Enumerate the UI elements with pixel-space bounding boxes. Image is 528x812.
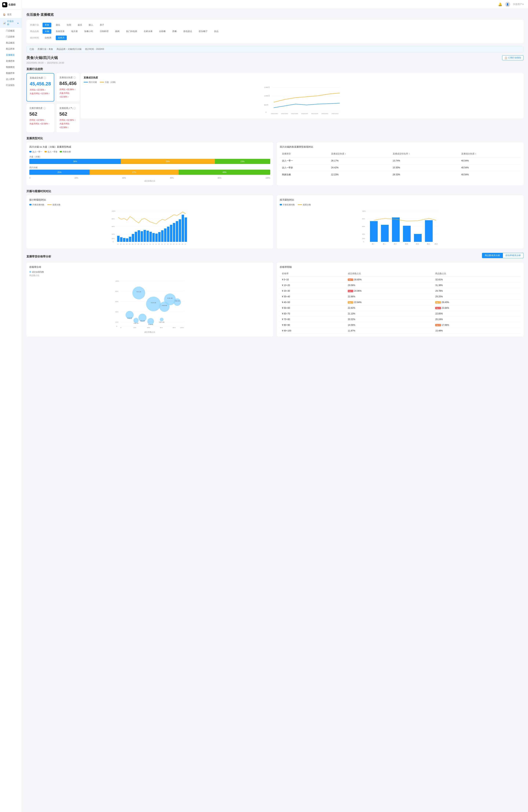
filter-tag-play[interactable]: 游玩 <box>54 23 62 27</box>
svg-text:80%: 80% <box>112 218 115 220</box>
sidebar-item-home[interactable]: 🏠 首页 <box>0 11 22 18</box>
filter-tag-buffet[interactable]: 自助餐 <box>157 29 168 34</box>
trend-chart-svg-wrap: 1,500万 1,000万 500万 0 <box>84 86 521 116</box>
filter-tag-fastfood[interactable]: 快餐小吃 <box>82 29 95 34</box>
card-trade-heat-meta: 月环比 +22.56% ↑ 大盘月环比 +12.56% ↑ <box>30 88 51 96</box>
trend-cards: 直播成交热度 i 45,456.28 月环比 +22.56% ↑ 大盘月环比 +… <box>26 73 78 132</box>
bell-icon[interactable]: 🔔 <box>498 2 502 6</box>
td-price-range: ¥ 50~60 <box>280 305 346 311</box>
filter-tag-local[interactable]: 地方菜 <box>69 29 80 34</box>
td-product-val: 31.38% <box>433 282 521 288</box>
week-bar-1 <box>370 221 378 242</box>
td-product-val: 22.85% <box>433 311 521 316</box>
time-content: 按小时级别对比 开播直播间数 观看次数 100% <box>26 195 524 248</box>
stacked-bar-2: 四川火锅 25% 37% 48% <box>29 166 270 175</box>
info-icon-4: i <box>73 107 76 110</box>
hour-bar-3 <box>123 238 125 242</box>
industry-filter-label: 所属行业 <box>30 24 40 27</box>
sidebar-item-industry-report[interactable]: 行业报告 <box>0 82 22 88</box>
sidebar-item-product-overview[interactable]: 商品概览 <box>0 40 22 46</box>
filter-tag-western[interactable]: 西餐 <box>170 29 179 34</box>
svg-text:周五: 周五 <box>416 243 419 245</box>
sidebar-item-store-rank[interactable]: 门店榜单 <box>0 34 22 40</box>
product-count-btn[interactable]: 商品数相关分析 <box>482 253 503 258</box>
legend-green-rect: 商家自播 <box>60 150 71 153</box>
th-coupon-pct: 成交券数占比 <box>346 271 433 277</box>
td-product-val: 15.48% <box>433 328 521 333</box>
svg-text:80%: 80% <box>115 291 118 292</box>
filter-tag-fresh[interactable]: 生鲜水果 <box>142 29 155 34</box>
svg-text:1,500万: 1,500万 <box>264 86 270 88</box>
logo-text: 生意经 <box>9 3 16 6</box>
td-type-2: 达人一带多 <box>280 164 329 171</box>
trend-chart-svg: 1,500万 1,000万 500万 0 <box>84 86 521 115</box>
filter-tag-hotpot[interactable]: 火锅 <box>43 29 51 34</box>
td-coupon-val: 11.87% <box>346 328 433 333</box>
price-bubble-svg: 100% 80% 60% 40% 20% 0 <box>29 278 270 330</box>
svg-text:60%: 60% <box>362 226 365 227</box>
svg-text:2022/10/13: 2022/10/13 <box>331 113 339 115</box>
filter-tag-stay[interactable]: 住宿 <box>65 23 73 27</box>
table-row: 达人一带多 24.42% 10.30% 40.54% <box>280 164 521 171</box>
svg-text:80%: 80% <box>173 327 176 329</box>
weekly-legend: 开播直播间数 观看次数 <box>280 203 521 206</box>
bar-2: 25% 37% 48% <box>29 170 270 175</box>
trend-line-chart: 直播成交热度 四川火锅 大盘（火锅） <box>81 73 524 118</box>
legend-yellow-rect: 达人一带多 <box>45 150 58 153</box>
bubble-70-80 <box>147 318 154 325</box>
discount-rate-btn[interactable]: 折扣率相关分析 <box>503 253 524 258</box>
filter-tag-southeast[interactable]: 东南亚菜 <box>54 29 67 34</box>
sidebar-item-live-rank[interactable]: 直播榜单 <box>0 58 22 64</box>
card-trade-heat: 直播成交热度 i 45,456.28 月环比 +22.56% ↑ 大盘月环比 +… <box>26 73 54 102</box>
td-type-1: 达人一带一 <box>280 157 329 164</box>
filter-tag-food[interactable]: 美食 <box>43 23 51 27</box>
hourly-chart-box: 按小时级别对比 开播直播间数 观看次数 100% <box>26 195 273 248</box>
filter-tag-entertainment[interactable]: 娱乐 <box>75 23 84 27</box>
card-streamer-heat-meta: 月环比 +12.56% ↑ 大盘月环比 +22.56% ↑ <box>29 118 51 126</box>
bar-1-seg-2: 39% <box>121 159 215 164</box>
hourly-chart-title: 按小时级别对比 <box>29 198 270 202</box>
svg-text:14: 14 <box>155 244 157 245</box>
filter-tag-music-resto[interactable]: 音乐餐厅 <box>197 29 210 34</box>
page-title: 生活服务·直播概览 <box>26 13 524 17</box>
filter-tag-beauty[interactable]: 丽人 <box>87 23 95 27</box>
filter-tag-special[interactable]: 热门特色菜 <box>124 29 139 34</box>
svg-text:¥ 20~30: ¥ 20~30 <box>127 318 132 319</box>
sidebar-item-talent-rank[interactable]: 达人榜单 <box>0 76 22 82</box>
weekly-chart-title: 按天级别对比 <box>280 198 521 202</box>
sidebar-item-store-overview[interactable]: 门店概览 <box>0 28 22 34</box>
sidebar-item-industry[interactable]: 📊 行业分析 ▲ <box>0 18 22 28</box>
filter-tag-drinks[interactable]: 饮品 <box>212 29 221 34</box>
hour-bar-7 <box>135 232 137 242</box>
sidebar-item-video-rank[interactable]: 视频榜单 <box>0 70 22 76</box>
filter-tag-month[interactable]: 自然月 <box>56 35 67 40</box>
subscribe-report-button[interactable]: 📋 订阅行业报告 <box>502 55 524 60</box>
svg-text:60%: 60% <box>115 301 118 303</box>
svg-text:40%: 40% <box>362 233 365 235</box>
price-table: 价格带 成交券数占比 商品数占比 ¥ 0~10top 230.65%32.81%… <box>280 271 521 334</box>
hour-bar-2 <box>120 237 123 242</box>
hour-bar-23 <box>182 215 184 242</box>
sidebar-item-product-rank[interactable]: 商品榜单 <box>0 46 22 52</box>
card-view-heat-label: 直播观看人气 i <box>59 107 77 110</box>
sidebar-item-live-overview[interactable]: 直播概览 <box>0 52 22 58</box>
hour-bar-21 <box>176 221 178 242</box>
th-price-range: 价格带 <box>280 271 346 277</box>
filter-tag-japanese[interactable]: 日韩料理 <box>98 29 111 34</box>
filter-tag-bbq[interactable]: 烧烤 <box>113 29 122 34</box>
selected-time: 统计时间：2022/03 <box>85 48 104 51</box>
filter-tag-week[interactable]: 自然周 <box>43 35 54 40</box>
td-heat-1: 26.17% <box>329 157 390 164</box>
sidebar-item-video-overview[interactable]: 视频概览 <box>0 64 22 70</box>
th-product-pct: 商品数占比 <box>433 271 521 277</box>
logo-icon <box>2 2 7 7</box>
legend-yellow-dot: 大盘（火锅） <box>100 81 117 84</box>
home-icon: 🏠 <box>3 13 6 16</box>
legend-blue-bar-w: 开播直播间数 <box>280 203 295 206</box>
filter-tag-bakery[interactable]: 面包甜点 <box>181 29 194 34</box>
td-product-val: top 328.43% <box>433 299 521 305</box>
filter-tag-kids[interactable]: 亲子 <box>98 23 106 27</box>
td-coupon-val: 20.32% <box>346 316 433 322</box>
time-section-header: 开播与看播时间对比 <box>26 190 524 193</box>
card-session-heat: 直播场次热度 i 845,456 月环比 +22.56% ↑ 大盘月环比 +22… <box>56 73 80 102</box>
